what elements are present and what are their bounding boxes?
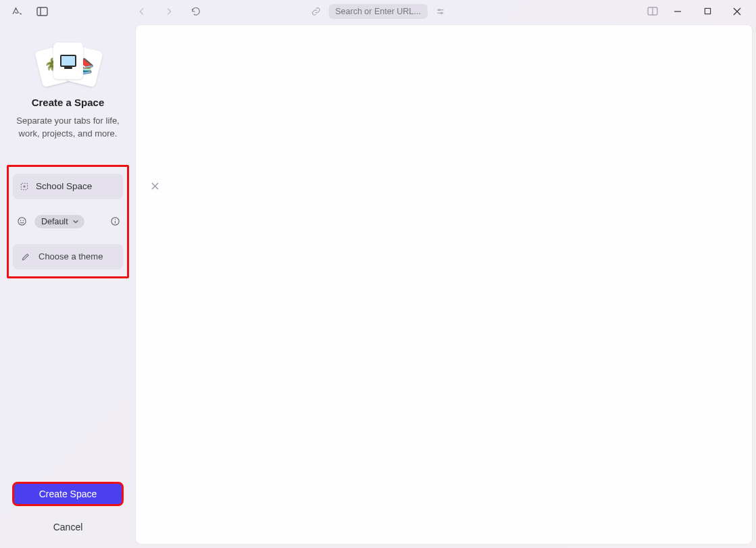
svg-point-17 [18,218,25,225]
nav-group [136,5,202,18]
back-icon[interactable] [136,5,148,18]
url-field[interactable]: Search or Enter URL... [328,4,427,19]
theme-label: Choose a theme [39,251,103,261]
svg-point-18 [20,220,21,221]
create-space-label: Create Space [39,489,97,499]
cancel-button[interactable]: Cancel [12,516,124,539]
svg-point-5 [440,12,442,14]
profile-icon [16,216,28,226]
svg-point-19 [23,220,24,221]
chevron-down-icon [72,218,79,225]
body: 🌴 📚 Create a Space Separate your tabs fo… [0,22,756,548]
illus-card-computer [53,43,83,79]
profile-label: Default [41,217,68,226]
svg-point-22 [115,219,116,220]
space-illustration: 🌴 📚 [34,41,102,84]
info-icon[interactable] [110,216,120,226]
close-button[interactable] [722,1,752,22]
sidebar-toggle-icon[interactable] [36,5,48,18]
space-icon-picker-icon[interactable] [20,182,29,191]
svg-rect-0 [37,7,47,16]
minimize-button[interactable] [663,1,692,22]
sidebar-actions: Create Space Cancel [0,482,136,539]
svg-rect-9 [705,8,710,14]
pencil-icon [20,252,32,261]
clear-name-icon[interactable] [150,182,160,190]
cancel-label: Cancel [53,522,83,532]
reload-icon[interactable] [190,5,202,18]
theme-row[interactable]: Choose a theme [13,244,123,270]
app-window: Search or Enter URL... [0,0,756,548]
sidebar: 🌴 📚 Create a Space Separate your tabs fo… [0,22,136,548]
profile-row: Default [13,209,123,234]
create-space-button[interactable]: Create Space [12,482,124,506]
svg-point-3 [438,9,440,10]
forward-icon[interactable] [163,5,175,18]
window-controls [647,1,752,22]
profile-selector[interactable]: Default [34,215,84,228]
link-icon [309,5,322,18]
content-area [136,25,752,544]
toolbar: Search or Enter URL... [0,0,756,22]
settings-sliders-icon[interactable] [434,5,447,18]
space-settings-group: Default Choose a theme [7,165,129,278]
toolbar-left [5,5,48,18]
arc-logo-icon[interactable] [11,5,23,18]
sidebar-title: Create a Space [0,97,136,108]
sidebar-subtitle: Separate your tabs for life, work, proje… [0,115,136,141]
space-name-input[interactable] [36,181,150,191]
maximize-button[interactable] [692,1,722,22]
url-placeholder: Search or Enter URL... [335,7,420,16]
split-view-icon[interactable] [647,5,659,18]
space-name-row[interactable] [13,174,123,199]
url-bar-wrap: Search or Enter URL... [309,4,446,19]
